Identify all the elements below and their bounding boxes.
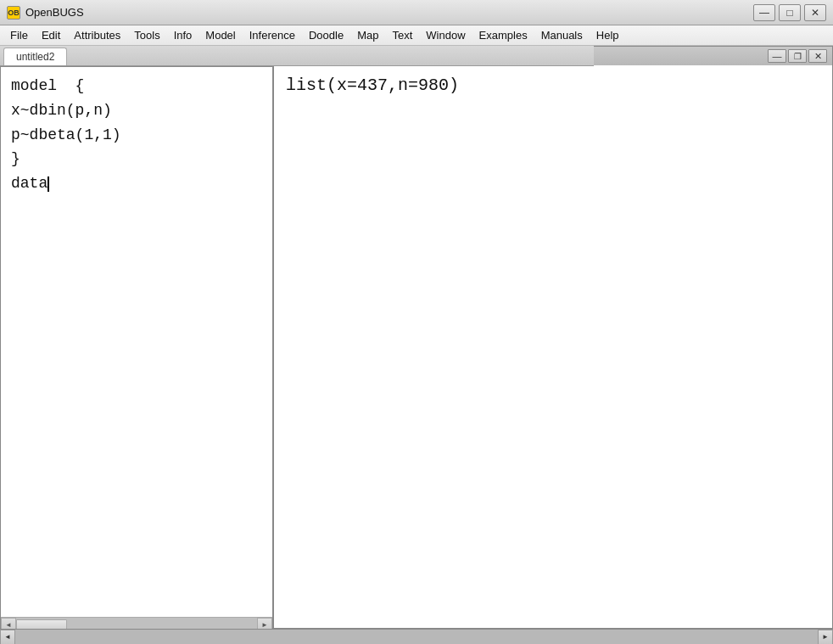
window2-minimize-btn[interactable]: — [768, 49, 786, 63]
menu-item-text[interactable]: Text [385, 27, 419, 43]
code-line-3: p~dbeta(1,1) [11, 123, 262, 148]
app-title: OpenBUGS [25, 6, 753, 19]
window2-controls: — ❐ ✕ [768, 49, 827, 63]
window-controls: — □ ✕ [753, 4, 826, 21]
menu-item-window[interactable]: Window [419, 27, 472, 43]
code-line-4: } [11, 147, 262, 171]
workspace-scroll-left[interactable]: ◄ [0, 630, 15, 645]
close-button[interactable]: ✕ [804, 4, 826, 21]
menu-item-doodle[interactable]: Doodle [302, 27, 350, 43]
menu-item-help[interactable]: Help [590, 27, 626, 43]
menu-item-tools[interactable]: Tools [127, 27, 166, 43]
menu-item-inference[interactable]: Inference [243, 27, 302, 43]
menu-item-file[interactable]: File [3, 27, 35, 43]
window2-content[interactable]: list(x=437,n=980) [274, 65, 832, 628]
tab-bar: untitled2 [0, 46, 594, 66]
menu-item-info[interactable]: Info [167, 27, 199, 43]
code-line-2: x~dbin(p,n) [11, 98, 262, 123]
window-untitled2-content[interactable]: model { x~dbin(p,n) p~dbeta(1,1) } data [1, 67, 272, 617]
mdi-workspace: untitled2 model { x~dbin(p,n) p~dbeta(1,… [0, 46, 833, 644]
workspace-hscrollbar: ◄ ► [0, 629, 833, 644]
menu-item-map[interactable]: Map [350, 27, 385, 43]
window-untitled3: ■ untitled3 — ❐ ✕ list(x=437,n=980) [273, 46, 833, 629]
code-line-1: model { [11, 74, 262, 98]
menu-bar: FileEditAttributesToolsInfoModelInferenc… [0, 25, 833, 46]
menu-item-manuals[interactable]: Manuals [534, 27, 590, 43]
menu-item-attributes[interactable]: Attributes [67, 27, 127, 43]
maximize-button[interactable]: □ [779, 4, 801, 21]
window2-close-btn[interactable]: ✕ [808, 49, 827, 63]
menu-item-model[interactable]: Model [198, 27, 242, 43]
title-bar: OB OpenBUGS — □ ✕ [0, 0, 833, 25]
code-line-5: data [11, 171, 262, 196]
minimize-button[interactable]: — [753, 4, 775, 21]
workspace-scroll-right[interactable]: ► [818, 630, 833, 645]
app-icon: OB [7, 6, 20, 20]
menu-item-edit[interactable]: Edit [35, 27, 67, 43]
window-untitled2: model { x~dbin(p,n) p~dbeta(1,1) } data … [0, 66, 273, 633]
menu-item-examples[interactable]: Examples [472, 27, 534, 43]
window2-restore-btn[interactable]: ❐ [788, 49, 807, 63]
window2-code: list(x=437,n=980) [286, 76, 459, 95]
tab-untitled2[interactable]: untitled2 [3, 48, 67, 65]
workspace-scroll-track[interactable] [15, 630, 818, 644]
